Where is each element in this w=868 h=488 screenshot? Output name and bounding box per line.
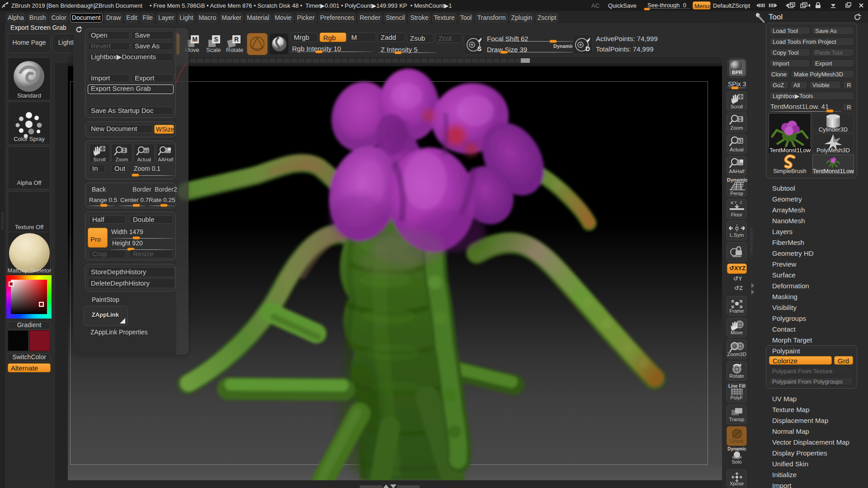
svg-text:D: D <box>585 45 590 52</box>
svg-text:x1: x1 <box>144 149 149 153</box>
svg-text:x1: x1 <box>738 139 743 144</box>
svg-text:S: S <box>477 45 481 52</box>
svg-text:BPR: BPR <box>732 70 742 75</box>
